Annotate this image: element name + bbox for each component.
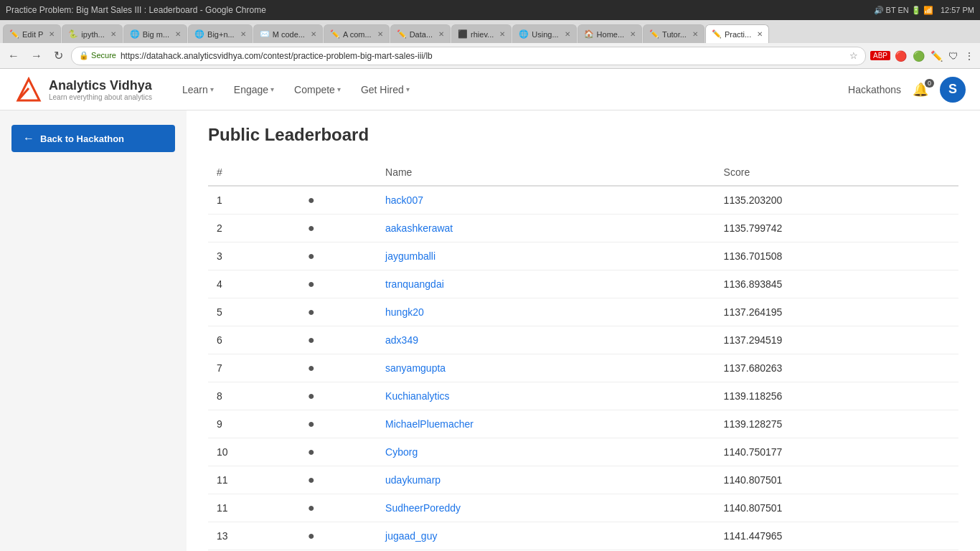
back-to-hackathon-button[interactable]: ← Back to Hackathon (11, 125, 175, 152)
nav-get-hired-label: Get Hired (361, 84, 404, 95)
user-icon: ● (308, 529, 315, 542)
nav-get-hired[interactable]: Get Hired ▾ (352, 78, 418, 101)
tab-close-icon[interactable]: ✕ (311, 30, 316, 38)
window-title: Practice Problem: Big Mart Sales III : L… (6, 5, 266, 15)
user-link[interactable]: Cyborg (385, 446, 418, 458)
browser-tab-5[interactable]: ✉️M code...✕ (253, 24, 323, 43)
cell-icon: ● (299, 522, 377, 550)
user-icon: ● (308, 306, 315, 318)
url-bar[interactable]: 🔒 Secure https://datahack.analyticsvidhy… (71, 47, 866, 65)
cell-name: SudheerPoreddy (377, 494, 715, 522)
user-icon: ● (308, 222, 315, 234)
logo-link[interactable]: Analytics Vidhya Learn everything about … (14, 75, 152, 104)
refresh-button[interactable]: ↻ (50, 47, 67, 64)
back-button-label: Back to Hackathon (40, 133, 124, 144)
user-link[interactable]: tranquangdai (385, 278, 444, 290)
tab-favicon: 🌐 (130, 29, 140, 39)
nav-engage-arrow: ▾ (270, 85, 274, 93)
tab-close-icon[interactable]: ✕ (499, 30, 505, 38)
browser-tab-4[interactable]: 🌐Big+n...✕ (188, 24, 253, 43)
nav-learn-arrow: ▾ (210, 85, 214, 93)
user-icon: ● (308, 390, 315, 402)
cell-icon: ● (299, 215, 377, 242)
cell-name: aakashkerawat (377, 215, 715, 242)
user-icon: ● (308, 501, 315, 514)
bookmark-icon[interactable]: ☆ (849, 50, 858, 61)
table-row: 11 ● SudheerPoreddy 1140.807501 (208, 494, 958, 522)
user-link[interactable]: SudheerPoreddy (385, 502, 461, 514)
tab-favicon: ✏️ (397, 29, 407, 39)
user-link[interactable]: sanyamgupta (385, 362, 446, 374)
ext-icon-green[interactable]: 🟢 (911, 49, 926, 63)
tab-close-icon[interactable]: ✕ (692, 30, 698, 38)
browser-tab-2[interactable]: 🐍ipyth...✕ (62, 24, 122, 43)
user-link[interactable]: hack007 (385, 194, 423, 206)
browser-tab-7[interactable]: ✏️Data...✕ (390, 24, 451, 43)
tab-favicon: ✏️ (9, 29, 19, 39)
tab-close-icon[interactable]: ✕ (240, 30, 246, 38)
sidebar: ← Back to Hackathon (0, 110, 187, 551)
cell-rank: 3 (208, 242, 299, 270)
logo-title: Analytics Vidhya (49, 78, 152, 93)
user-link[interactable]: aakashkerawat (385, 222, 453, 234)
cell-name: Kuchianalytics (377, 382, 715, 410)
ext-icon-edit[interactable]: ✏️ (929, 49, 944, 63)
user-link[interactable]: Kuchianalytics (385, 390, 450, 402)
cell-rank: 2 (208, 215, 299, 242)
user-link[interactable]: udaykumarp (385, 474, 440, 486)
browser-tab-9[interactable]: 🌐Using...✕ (512, 24, 576, 43)
tab-close-icon[interactable]: ✕ (110, 30, 116, 38)
leaderboard-table: # Name Score 1 ● hack007 1135.203200 2 ●… (208, 159, 958, 551)
menu-icon[interactable]: ⋮ (963, 49, 976, 63)
tab-favicon: ⬛ (458, 29, 468, 39)
cell-icon: ● (299, 326, 377, 354)
browser-tab-8[interactable]: ⬛rhiev...✕ (451, 24, 512, 43)
cell-icon: ● (299, 270, 377, 298)
tab-close-icon[interactable]: ✕ (630, 30, 636, 38)
tab-close-icon[interactable]: ✕ (49, 30, 55, 38)
nav-learn[interactable]: Learn ▾ (174, 78, 222, 101)
cell-rank: 7 (208, 354, 299, 382)
browser-tab-1[interactable]: ✏️Edit P✕ (3, 24, 61, 43)
browser-tab-11[interactable]: ✏️Tutor...✕ (643, 24, 705, 43)
cell-rank: 13 (208, 522, 299, 550)
hackathons-link[interactable]: Hackathons (848, 84, 901, 95)
nav-compete[interactable]: Compete ▾ (286, 78, 349, 101)
table-row: 9 ● MichaelPluemacher 1139.128275 (208, 410, 958, 438)
browser-tab-6[interactable]: ✏️A com...✕ (324, 24, 390, 43)
user-link[interactable]: hungk20 (385, 306, 424, 318)
back-button[interactable]: ← (4, 48, 23, 64)
table-row: 8 ● Kuchianalytics 1139.118256 (208, 382, 958, 410)
nav-engage[interactable]: Engage ▾ (225, 78, 283, 101)
cell-score: 1136.701508 (715, 242, 958, 270)
cell-name: MichaelPluemacher (377, 410, 715, 438)
table-row: 7 ● sanyamgupta 1137.680263 (208, 354, 958, 382)
tab-close-icon[interactable]: ✕ (175, 30, 181, 38)
user-avatar[interactable]: S (940, 77, 966, 103)
user-link[interactable]: jaygumballi (385, 250, 435, 262)
user-link[interactable]: MichaelPluemacher (385, 418, 473, 430)
ext-icon-red[interactable]: 🔴 (893, 49, 908, 63)
browser-tab-10[interactable]: 🏠Home...✕ (578, 24, 643, 43)
browser-tab-3[interactable]: 🌐Big m...✕ (123, 24, 187, 43)
abp-icon[interactable]: ABP (870, 51, 890, 60)
user-link[interactable]: jugaad_guy (385, 530, 437, 542)
table-row: 5 ● hungk20 1137.264195 (208, 298, 958, 326)
browser-tab-12[interactable]: ✏️Practi...✕ (705, 24, 769, 43)
table-row: 6 ● adx349 1137.294519 (208, 326, 958, 354)
notification-bell[interactable]: 🔔 0 (913, 82, 928, 98)
cell-name: adx349 (377, 326, 715, 354)
tab-close-icon[interactable]: ✕ (438, 30, 444, 38)
main-content: ← Back to Hackathon Public Leaderboard #… (0, 110, 980, 551)
col-score: Score (715, 159, 958, 186)
cell-name: hack007 (377, 186, 715, 215)
forward-button[interactable]: → (27, 48, 46, 64)
tab-favicon: 🐍 (68, 29, 78, 39)
ext-icon-shield[interactable]: 🛡 (947, 49, 960, 63)
col-icon (299, 159, 377, 186)
tab-close-icon[interactable]: ✕ (757, 30, 763, 38)
tab-close-icon[interactable]: ✕ (565, 30, 570, 38)
tab-label: ipyth... (81, 30, 104, 39)
tab-close-icon[interactable]: ✕ (377, 30, 383, 38)
user-link[interactable]: adx349 (385, 334, 418, 346)
